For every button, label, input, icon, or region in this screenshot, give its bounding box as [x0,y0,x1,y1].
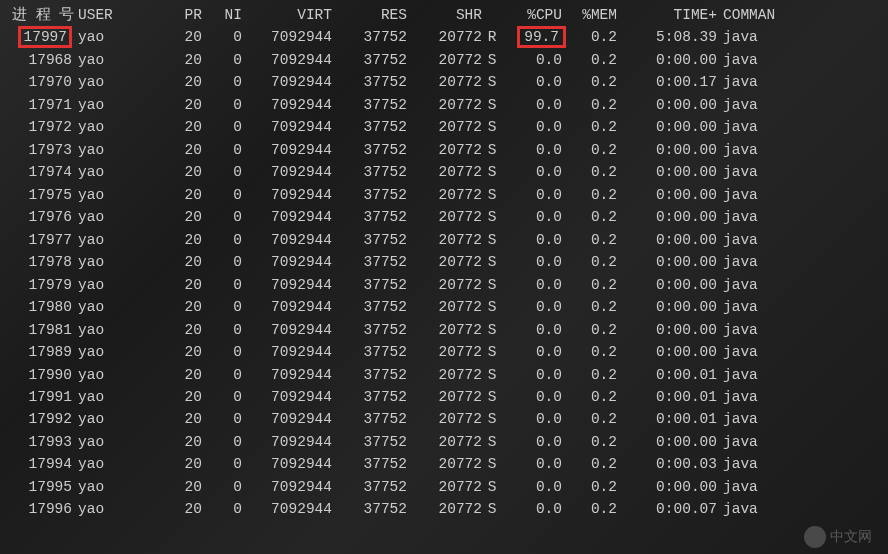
cell-ni: 0 [202,139,242,161]
cell-time: 0:00.00 [617,274,717,296]
cell-mem: 0.2 [562,431,617,453]
cell-command: java [717,206,787,228]
cell-time: 0:00.00 [617,49,717,71]
table-row[interactable]: 17972yao20070929443775220772S0.00.20:00.… [0,116,888,138]
table-row[interactable]: 17992yao20070929443775220772S0.00.20:00.… [0,408,888,430]
table-header[interactable]: 进 程 号USERPRNIVIRTRESSHR%CPU%MEMTIME+COMM… [0,4,888,26]
cell-time: 0:00.00 [617,161,717,183]
table-row[interactable]: 17978yao20070929443775220772S0.00.20:00.… [0,251,888,273]
cell-virt: 7092944 [242,386,332,408]
cell-shr: 20772 [407,206,482,228]
table-row[interactable]: 17977yao20070929443775220772S0.00.20:00.… [0,229,888,251]
cell-pid: 17980 [12,296,72,318]
cell-res: 37752 [332,116,407,138]
table-row[interactable]: 17971yao20070929443775220772S0.00.20:00.… [0,94,888,116]
cell-virt: 7092944 [242,94,332,116]
table-row[interactable]: 17994yao20070929443775220772S0.00.20:00.… [0,453,888,475]
cell-virt: 7092944 [242,184,332,206]
cell-pid: 17972 [12,116,72,138]
watermark: 中文网 [804,526,872,548]
table-row[interactable]: 17981yao20070929443775220772S0.00.20:00.… [0,319,888,341]
table-row[interactable]: 17975yao20070929443775220772S0.00.20:00.… [0,184,888,206]
cell-command: java [717,49,787,71]
cell-virt: 7092944 [242,431,332,453]
table-row[interactable]: 17970yao20070929443775220772S0.00.20:00.… [0,71,888,93]
cell-pid: 17995 [12,476,72,498]
header-shr[interactable]: SHR [407,4,482,26]
cell-command: java [717,319,787,341]
cell-ni: 0 [202,453,242,475]
cell-shr: 20772 [407,476,482,498]
cell-user: yao [72,26,122,48]
cell-virt: 7092944 [242,476,332,498]
cell-res: 37752 [332,476,407,498]
table-row[interactable]: 17995yao20070929443775220772S0.00.20:00.… [0,476,888,498]
cell-s: S [482,408,502,430]
header-mem[interactable]: %MEM [562,4,617,26]
cell-cpu: 0.0 [502,49,562,71]
cell-time: 0:00.01 [617,386,717,408]
cell-mem: 0.2 [562,476,617,498]
table-row[interactable]: 17973yao20070929443775220772S0.00.20:00.… [0,139,888,161]
cell-mem: 0.2 [562,498,617,520]
cell-res: 37752 [332,206,407,228]
cell-pr: 20 [122,71,202,93]
cell-ni: 0 [202,184,242,206]
table-row[interactable]: 17968yao20070929443775220772S0.00.20:00.… [0,49,888,71]
cell-pid: 17974 [12,161,72,183]
cell-time: 0:00.00 [617,229,717,251]
header-cpu[interactable]: %CPU [502,4,562,26]
php-logo-icon [804,526,826,548]
header-ni[interactable]: NI [202,4,242,26]
cell-pr: 20 [122,206,202,228]
cell-virt: 7092944 [242,206,332,228]
cell-res: 37752 [332,341,407,363]
cell-user: yao [72,71,122,93]
cell-res: 37752 [332,49,407,71]
header-time[interactable]: TIME+ [617,4,717,26]
header-virt[interactable]: VIRT [242,4,332,26]
cell-time: 0:00.00 [617,476,717,498]
cell-ni: 0 [202,116,242,138]
cell-shr: 20772 [407,431,482,453]
cell-cpu: 0.0 [502,498,562,520]
table-row[interactable]: 17989yao20070929443775220772S0.00.20:00.… [0,341,888,363]
cell-user: yao [72,184,122,206]
table-row[interactable]: 17990yao20070929443775220772S0.00.20:00.… [0,364,888,386]
table-row[interactable]: 17996yao20070929443775220772S0.00.20:00.… [0,498,888,520]
header-pr[interactable]: PR [122,4,202,26]
cell-s: S [482,476,502,498]
table-row[interactable]: 17974yao20070929443775220772S0.00.20:00.… [0,161,888,183]
header-s[interactable] [482,4,502,26]
cell-pid: 17997 [12,26,72,48]
cell-time: 0:00.00 [617,139,717,161]
header-user[interactable]: USER [72,4,122,26]
cell-ni: 0 [202,71,242,93]
cell-s: S [482,386,502,408]
cell-cpu: 0.0 [502,274,562,296]
table-row[interactable]: 17980yao20070929443775220772S0.00.20:00.… [0,296,888,318]
cell-ni: 0 [202,206,242,228]
cell-ni: 0 [202,49,242,71]
table-row[interactable]: 17997yao20070929443775220772R99.70.25:08… [0,26,888,48]
table-row[interactable]: 17993yao20070929443775220772S0.00.20:00.… [0,431,888,453]
cell-ni: 0 [202,251,242,273]
header-pid[interactable]: 进 程 号 [12,4,72,26]
header-command[interactable]: COMMAN [717,4,787,26]
cell-user: yao [72,408,122,430]
cell-cpu: 0.0 [502,251,562,273]
cell-virt: 7092944 [242,274,332,296]
cell-command: java [717,453,787,475]
cell-pid: 17973 [12,139,72,161]
cell-command: java [717,341,787,363]
table-row[interactable]: 17991yao20070929443775220772S0.00.20:00.… [0,386,888,408]
cell-ni: 0 [202,364,242,386]
cell-user: yao [72,206,122,228]
cell-s: S [482,296,502,318]
table-row[interactable]: 17976yao20070929443775220772S0.00.20:00.… [0,206,888,228]
table-row[interactable]: 17979yao20070929443775220772S0.00.20:00.… [0,274,888,296]
cell-pr: 20 [122,184,202,206]
cell-shr: 20772 [407,94,482,116]
header-res[interactable]: RES [332,4,407,26]
cell-cpu: 0.0 [502,161,562,183]
